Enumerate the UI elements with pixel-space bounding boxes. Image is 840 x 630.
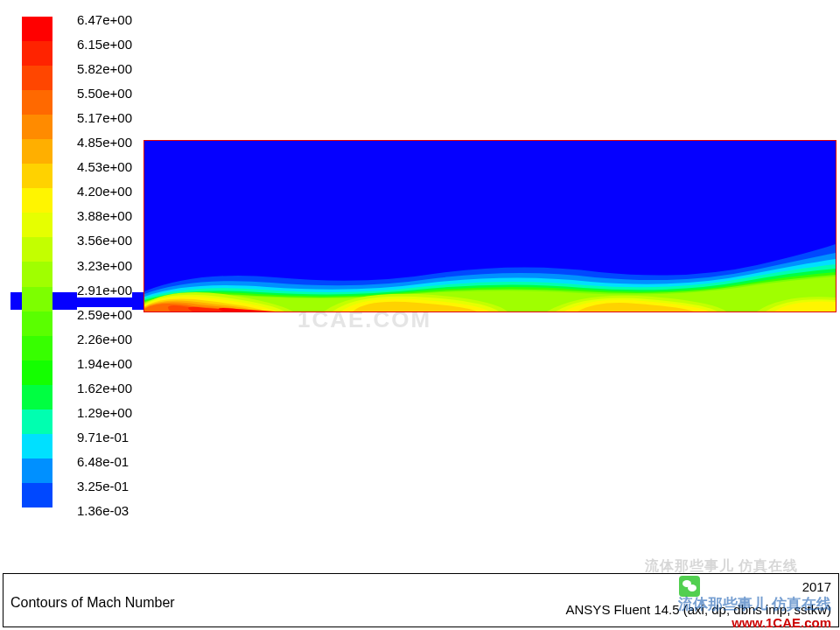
colormap-segment bbox=[22, 410, 52, 434]
legend-label: 3.25e-01 bbox=[77, 479, 129, 494]
legend-label: 9.71e-01 bbox=[77, 430, 129, 444]
watermark-cn-blue: 流体那些事儿 仿真在线 bbox=[678, 594, 831, 614]
colormap-segment bbox=[22, 115, 52, 139]
legend-label: 3.88e+00 bbox=[77, 208, 132, 223]
colormap-segment bbox=[22, 434, 52, 458]
legend-label: 2.26e+00 bbox=[77, 332, 132, 346]
colormap-segment bbox=[22, 66, 52, 90]
plot-title: Contours of Mach Number bbox=[10, 595, 175, 611]
legend-label: 6.48e-01 bbox=[77, 454, 129, 469]
legend-label: 6.15e+00 bbox=[77, 37, 132, 52]
legend-label: 2.59e+00 bbox=[77, 307, 132, 322]
visualization-canvas: 6.47e+006.15e+005.82e+005.50e+005.17e+00… bbox=[0, 0, 840, 560]
legend-label: 1.94e+00 bbox=[77, 356, 132, 371]
legend-label: 2.91e+00 bbox=[77, 283, 132, 298]
legend-label: 4.53e+00 bbox=[77, 159, 132, 174]
legend-label: 1.36e-03 bbox=[77, 503, 129, 518]
colormap-segment bbox=[22, 188, 52, 213]
colormap-segment bbox=[22, 17, 52, 41]
legend-label: 3.56e+00 bbox=[77, 233, 132, 248]
colormap-segment bbox=[22, 164, 52, 188]
colormap-segment bbox=[22, 336, 52, 360]
colormap-segment bbox=[22, 41, 52, 66]
colormap-segment bbox=[22, 139, 52, 164]
legend-label: 5.17e+00 bbox=[77, 110, 132, 125]
watermark-url: www.1CAE.com bbox=[732, 615, 831, 630]
colormap-segment bbox=[22, 262, 52, 286]
colormap-segment bbox=[22, 483, 52, 508]
colormap-segment bbox=[22, 287, 52, 312]
colormap-segment bbox=[22, 90, 52, 115]
contour-plot bbox=[144, 140, 836, 312]
legend-label: 4.85e+00 bbox=[77, 135, 132, 150]
legend-label: 5.82e+00 bbox=[77, 61, 132, 76]
colormap-segment bbox=[22, 312, 52, 336]
legend-label: 6.47e+00 bbox=[77, 12, 132, 27]
colormap-bar bbox=[22, 17, 52, 508]
legend-label: 1.29e+00 bbox=[77, 405, 132, 420]
colormap-segment bbox=[22, 360, 52, 385]
legend-label: 3.23e+00 bbox=[77, 258, 132, 273]
legend-label: 4.20e+00 bbox=[77, 184, 132, 199]
plot-date: 2017 bbox=[802, 579, 831, 594]
colormap-segment bbox=[22, 213, 52, 237]
colormap-segment bbox=[22, 237, 52, 262]
colormap-segment bbox=[22, 385, 52, 410]
mach-contours-svg bbox=[144, 141, 836, 312]
legend-label: 1.62e+00 bbox=[77, 381, 132, 396]
legend-label: 5.50e+00 bbox=[77, 86, 132, 101]
colormap-segment bbox=[22, 458, 52, 483]
